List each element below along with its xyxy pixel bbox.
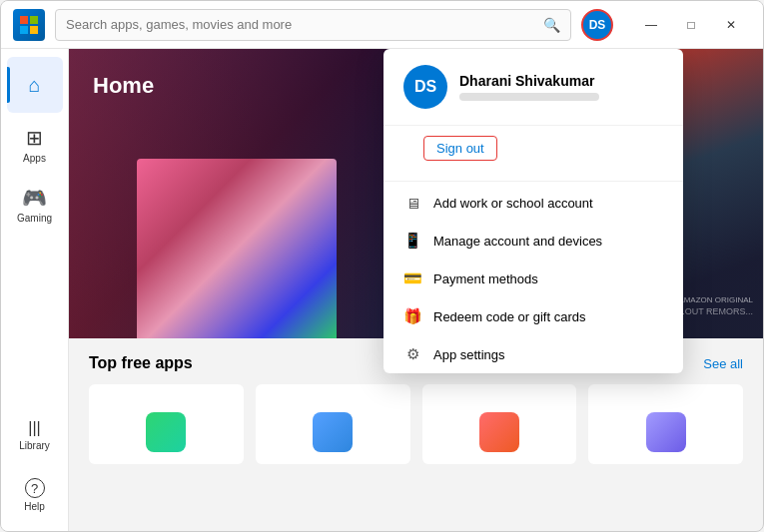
maximize-button[interactable]: □ bbox=[671, 9, 711, 41]
payment-methods-label: Payment methods bbox=[433, 271, 538, 286]
dropdown-user-bar bbox=[459, 93, 599, 101]
search-bar[interactable]: 🔍 bbox=[55, 9, 571, 41]
svg-rect-0 bbox=[20, 16, 28, 24]
svg-rect-1 bbox=[30, 16, 38, 24]
add-work-account-item[interactable]: 🖥 Add work or school account bbox=[383, 184, 683, 222]
search-icon: 🔍 bbox=[543, 17, 560, 33]
user-account-button[interactable]: DS bbox=[581, 9, 613, 41]
manage-account-item[interactable]: 📱 Manage account and devices bbox=[383, 222, 683, 260]
redeem-code-item[interactable]: 🎁 Redeem code or gift cards bbox=[383, 297, 683, 335]
svg-rect-2 bbox=[20, 26, 28, 34]
sign-out-button[interactable]: Sign out bbox=[423, 136, 497, 161]
divider-1 bbox=[383, 181, 683, 182]
add-work-account-label: Add work or school account bbox=[433, 196, 593, 211]
window-controls: — □ ✕ bbox=[631, 9, 751, 41]
titlebar: 🔍 DS — □ ✕ bbox=[1, 1, 763, 49]
dropdown-header: DS Dharani Shivakumar bbox=[383, 49, 683, 126]
redeem-code-icon: 🎁 bbox=[403, 307, 421, 325]
manage-account-icon: 📱 bbox=[403, 232, 421, 250]
minimize-button[interactable]: — bbox=[631, 9, 671, 41]
account-dropdown: DS Dharani Shivakumar Sign out 🖥 Add wor… bbox=[383, 49, 683, 373]
manage-account-label: Manage account and devices bbox=[433, 234, 602, 249]
svg-rect-3 bbox=[30, 26, 38, 34]
payment-methods-icon: 💳 bbox=[403, 269, 421, 287]
dropdown-user-name: Dharani Shivakumar bbox=[459, 73, 663, 89]
dropdown-avatar: DS bbox=[403, 65, 447, 109]
redeem-code-label: Redeem code or gift cards bbox=[433, 309, 585, 324]
app-window: 🔍 DS — □ ✕ ⌂ ⊞ Apps 🎮 Gaming ||| bbox=[0, 0, 764, 532]
dropdown-user-info: Dharani Shivakumar bbox=[459, 73, 663, 101]
app-settings-label: App settings bbox=[433, 347, 505, 362]
add-work-account-icon: 🖥 bbox=[403, 194, 421, 212]
app-logo bbox=[13, 9, 45, 41]
payment-methods-item[interactable]: 💳 Payment methods bbox=[383, 260, 683, 297]
close-button[interactable]: ✕ bbox=[711, 9, 751, 41]
main-layout: ⌂ ⊞ Apps 🎮 Gaming ||| Library ? Help bbox=[1, 49, 763, 531]
dropdown-overlay: DS Dharani Shivakumar Sign out 🖥 Add wor… bbox=[1, 49, 763, 531]
app-settings-item[interactable]: ⚙ App settings bbox=[383, 335, 683, 373]
app-settings-icon: ⚙ bbox=[403, 345, 421, 363]
search-input[interactable] bbox=[66, 17, 535, 32]
